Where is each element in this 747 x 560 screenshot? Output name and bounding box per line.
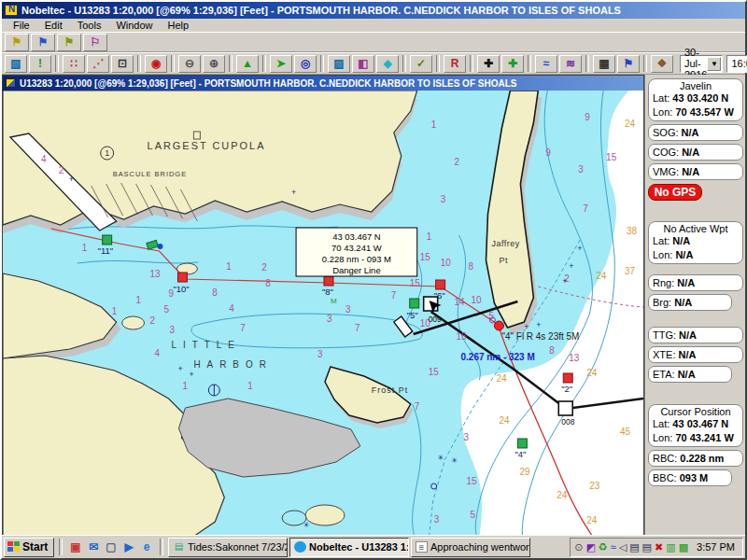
recycle-icon[interactable]: ♻ [599, 539, 608, 555]
chevron-down-icon[interactable]: ▼ [707, 57, 721, 71]
menu-tools[interactable]: Tools [70, 20, 109, 31]
time-input[interactable]: 16:00 [726, 55, 747, 73]
crosshair-icon[interactable]: ✚ [477, 55, 500, 73]
task-tides[interactable]: ▤ Tides:Sakonnet 7/23/201... [168, 538, 288, 557]
chart-view-icon[interactable]: ✓ [410, 55, 432, 73]
target-icon[interactable]: ◎ [294, 55, 317, 73]
tracker-icon[interactable]: ❖ [651, 55, 673, 73]
chart-icon [6, 78, 16, 88]
red-buoy[interactable] [563, 373, 572, 383]
buoy-label: "5" [407, 310, 418, 320]
depth-sounding: 1 [247, 381, 253, 391]
eta-box: ETA:N/A [648, 366, 732, 383]
desktop-icon[interactable]: ▢ [103, 539, 120, 555]
flag-olive-icon[interactable]: ⚑ [57, 34, 81, 51]
task-nobeltec[interactable]: 🌐 Nobeltec - U13283 1:2... [289, 538, 409, 557]
vessel-lon: 70 43.547 W [675, 105, 733, 119]
current-flag-icon[interactable]: ⚑ [617, 55, 640, 73]
time-value: 16:00 [731, 58, 747, 69]
waypoint-marker[interactable] [558, 401, 572, 415]
signal-icon[interactable]: ▩ [679, 539, 688, 555]
flag-blue-icon[interactable]: ⚑ [31, 34, 55, 51]
islet [122, 316, 145, 329]
tv-icon[interactable]: ▣ [67, 539, 84, 555]
depth-sounding: 24 [499, 415, 510, 426]
menu-file[interactable]: File [6, 20, 37, 31]
buoy-label: "10" [173, 284, 189, 294]
green-buoy[interactable] [410, 299, 419, 308]
waypoint-title: No Active Wpt [653, 223, 739, 234]
volume-icon[interactable]: ◁ [619, 539, 627, 555]
chart-label: 0.267 nm - 323 M [461, 352, 535, 362]
depth-sounding: 24 [557, 490, 568, 500]
depth-sounding: 38 [627, 226, 638, 236]
compass-rose-icon[interactable]: ◉ [145, 55, 167, 73]
zoom-out-icon[interactable]: ⊖ [178, 55, 201, 73]
chart-window: U13283 1:20,000 [@69% 1:29,036] [Feet] -… [2, 75, 644, 537]
rock-symbol: + [577, 244, 582, 253]
depth-sounding: 1 [112, 306, 118, 316]
chart-canvas[interactable]: 1421113981282373743115415714101015538139… [3, 91, 643, 536]
flag-10-icon[interactable]: ⚑ [5, 34, 29, 51]
route-icon[interactable]: ⋰ [87, 55, 109, 73]
rock-symbol: + [69, 175, 74, 184]
menu-edit[interactable]: Edit [37, 20, 70, 31]
center-icon[interactable]: ⊡ [111, 55, 134, 73]
depth-sounding: 3 [317, 349, 323, 359]
brg-box: Brg:N/A [648, 294, 732, 311]
globe-icon: 🌐 [294, 541, 306, 553]
chart-edit-icon[interactable]: ▧ [5, 55, 27, 73]
start-button[interactable]: Start [4, 538, 54, 557]
light-symbol[interactable] [494, 321, 503, 330]
own-ship-icon[interactable] [147, 240, 159, 249]
depth-sounding: 10 [441, 258, 452, 268]
chart-overlay-icon[interactable]: ▨ [328, 55, 350, 73]
depth-sounding: 2 [455, 157, 460, 167]
red-buoy[interactable] [177, 273, 187, 282]
red-buoy[interactable] [436, 280, 445, 289]
alarm-icon[interactable]: ! [29, 55, 51, 73]
depth-sounding: 3 [169, 325, 175, 335]
disconnect-icon[interactable]: ✖ [655, 539, 663, 555]
tide-icon[interactable]: ≈ [535, 55, 557, 73]
wave-icon[interactable]: ≈ [611, 539, 616, 555]
taskbar: Start ▣✉▢▶e ▤ Tides:Sakonnet 7/23/201...… [2, 535, 745, 558]
crosshair-green-icon[interactable]: ✚ [501, 55, 524, 73]
plan-icon[interactable]: ◧ [352, 55, 374, 73]
cursor-tooltip-line: Danger Line [332, 265, 381, 275]
menu-help[interactable]: Help [161, 20, 197, 31]
flag-pennant-icon[interactable]: ⚐ [83, 34, 107, 51]
buoy-label: "11" [98, 245, 114, 256]
monitor-icon[interactable]: ▥ [666, 539, 675, 555]
depth-sounding: 3 [441, 194, 446, 204]
pin-icon[interactable]: ➤ [270, 55, 292, 73]
current-icon[interactable]: ≋ [559, 55, 582, 73]
diamond-icon[interactable]: ◆ [376, 55, 399, 73]
radar-icon[interactable]: R [444, 55, 466, 73]
magnifier-icon[interactable]: ⊙ [574, 539, 583, 555]
vmg-box: VMG:N/A [648, 163, 743, 180]
internet-explorer-icon[interactable]: e [138, 539, 155, 555]
buoy-icon[interactable]: ▲ [236, 55, 259, 73]
rock-symbol: + [536, 320, 541, 329]
zoom-in-icon[interactable]: ⊕ [203, 55, 225, 73]
media-player-icon[interactable]: ▶ [120, 539, 137, 555]
net-1-icon[interactable]: ▤ [629, 539, 639, 555]
red-buoy[interactable] [324, 276, 333, 286]
net-2-icon[interactable]: ▤ [642, 539, 652, 555]
date-select[interactable]: 30-Jul-2016 ▼ [680, 55, 723, 73]
marks-icon[interactable]: ∷ [63, 55, 85, 73]
task-notepad[interactable]: ≡ Approaching wentworth.j... [411, 538, 530, 557]
menu-window[interactable]: Window [108, 20, 160, 31]
chart-title-bar[interactable]: U13283 1:20,000 [@69% 1:29,036] [Feet] -… [3, 76, 643, 91]
depth-sounding: 4 [41, 154, 47, 164]
rbc-box: RBC:0.228 nm [648, 450, 743, 467]
system-tray: ⊙◩♻≈◁▤▤✖▥▩ 3:57 PM [570, 538, 743, 557]
grid-icon[interactable]: ▦ [593, 55, 615, 73]
green-buoy[interactable] [103, 235, 112, 245]
shield-icon[interactable]: ◩ [585, 539, 595, 555]
title-bar[interactable]: Nobeltec - U13283 1:20,000 [@69% 1:29,03… [2, 2, 745, 19]
mail-icon[interactable]: ✉ [85, 539, 102, 555]
depth-sounding: 29 [519, 467, 530, 477]
green-buoy[interactable] [517, 439, 527, 448]
